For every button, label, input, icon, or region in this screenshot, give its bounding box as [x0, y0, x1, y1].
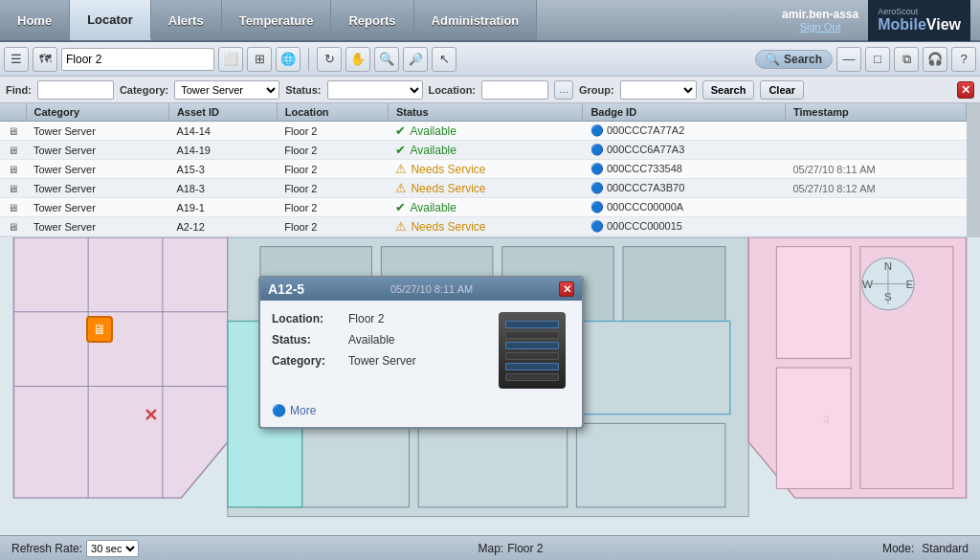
server-slot-2 — [505, 331, 559, 339]
location-input[interactable] — [61, 48, 214, 71]
row-assetid: A2-12 — [168, 217, 277, 236]
tab-reports[interactable]: Reports — [331, 0, 413, 40]
zoom-out-btn[interactable]: 🔎 — [403, 47, 428, 72]
row-location: Floor 2 — [277, 198, 388, 217]
floor-plan-bg: 3 N S W E 🖥 ✕ A12-5 05/27/10 8:11 AM ✕ — [0, 237, 980, 535]
sep1 — [308, 48, 309, 71]
location-browse-btn[interactable]: … — [554, 80, 573, 100]
mode-info: Mode: Standard — [882, 542, 969, 555]
col-location: Location — [277, 103, 388, 122]
table-row[interactable]: 🖥 Tower Server A15-3 Floor 2 ⚠Needs Serv… — [0, 160, 967, 179]
category-select[interactable]: Tower Server — [174, 80, 279, 100]
popup-close-btn[interactable]: ✕ — [559, 281, 574, 297]
row-badgeid: 🔵 000CCC6A77A3 — [583, 141, 786, 160]
globe-btn[interactable]: 🌐 — [276, 47, 301, 72]
popup-header: A12-5 05/27/10 8:11 AM ✕ — [260, 278, 582, 301]
zoom-in-btn[interactable]: 🔍 — [374, 47, 399, 72]
popup-status-label: Status: — [272, 333, 348, 347]
logo-aero: AeroScout — [878, 7, 961, 16]
category-label: Category: — [120, 84, 168, 96]
mode-label: Mode: — [882, 542, 914, 555]
col-category: Category — [26, 103, 168, 122]
row-icon: 🖥 — [0, 160, 26, 179]
tab-alerts[interactable]: Alerts — [151, 0, 222, 40]
popup-status-row: Status: Available — [272, 333, 482, 347]
status-select[interactable]: Available Needs Service — [327, 80, 423, 100]
row-timestamp — [785, 141, 966, 160]
row-location: Floor 2 — [277, 160, 388, 179]
server-slot-1 — [505, 321, 559, 328]
headset-btn[interactable]: 🎧 — [923, 47, 947, 72]
table-scroll[interactable]: Category Asset ID Location Status Badge … — [0, 103, 967, 237]
row-status: ⚠Needs Service — [388, 160, 582, 179]
svg-marker-1 — [13, 237, 228, 498]
signout-link[interactable]: Sign Out — [782, 21, 858, 33]
table-row[interactable]: 🖥 Tower Server A18-3 Floor 2 ⚠Needs Serv… — [0, 179, 967, 198]
popup-more-link[interactable]: 🔵 More — [260, 400, 582, 427]
asset-popup: A12-5 05/27/10 8:11 AM ✕ Location: Floor… — [258, 276, 584, 429]
group-label: Group: — [579, 84, 614, 96]
row-timestamp — [785, 198, 966, 217]
asset-table: Category Asset ID Location Status Badge … — [0, 103, 967, 236]
tab-administration[interactable]: Administration — [414, 0, 538, 40]
table-row[interactable]: 🖥 Tower Server A19-1 Floor 2 ✔Available … — [0, 198, 967, 217]
popup-server-image — [494, 312, 570, 389]
server-slot-6 — [505, 373, 559, 381]
table-row[interactable]: 🖥 Tower Server A14-14 Floor 2 ✔Available… — [0, 122, 967, 141]
logo-name: MobileView — [878, 16, 961, 34]
logo: AeroScout MobileView — [868, 0, 970, 41]
refresh-btn[interactable]: ↻ — [317, 47, 342, 72]
cursor-btn[interactable]: ↖ — [432, 47, 457, 72]
map-area: 3 N S W E 🖥 ✕ A12-5 05/27/10 8:11 AM ✕ — [0, 237, 980, 560]
map-value: Floor 2 — [507, 542, 543, 555]
row-badgeid: 🔵 000CCC00000A — [583, 198, 786, 217]
group-select[interactable] — [620, 80, 697, 100]
browse-btn[interactable]: ⬜ — [218, 47, 243, 72]
x-marker: ✕ — [144, 405, 158, 426]
svg-rect-18 — [776, 368, 851, 488]
location-filter-input[interactable] — [481, 80, 548, 100]
tab-locator[interactable]: Locator — [70, 0, 151, 40]
square-btn[interactable]: □ — [865, 47, 890, 72]
row-category: Tower Server — [26, 141, 168, 160]
row-category: Tower Server — [26, 217, 168, 236]
find-input[interactable] — [37, 80, 114, 100]
popup-timestamp: 05/27/10 8:11 AM — [390, 283, 473, 295]
popup-status-value: Available — [348, 333, 394, 347]
search-toggle-label: Search — [784, 53, 822, 66]
table-row[interactable]: 🖥 Tower Server A2-12 Floor 2 ⚠Needs Serv… — [0, 217, 967, 236]
search-toggle-btn[interactable]: 🔍 Search — [755, 50, 833, 69]
map-icon-btn[interactable]: 🗺 — [33, 47, 57, 72]
row-category: Tower Server — [26, 122, 168, 141]
pan-btn[interactable]: ✋ — [345, 47, 370, 72]
search-btn[interactable]: Search — [702, 80, 755, 100]
sidebar-toggle-btn[interactable]: ☰ — [4, 47, 29, 72]
grid-btn[interactable]: ⊞ — [247, 47, 272, 72]
table-scrollbar[interactable] — [967, 103, 980, 237]
server-slot-3 — [505, 342, 559, 349]
refresh-section: Refresh Rate: 30 sec 1 min 5 min — [11, 540, 139, 557]
row-location: Floor 2 — [277, 217, 388, 236]
tab-temperature[interactable]: Temperature — [222, 0, 332, 40]
row-timestamp — [785, 122, 966, 141]
row-timestamp: 05/27/10 8:12 AM — [785, 179, 966, 198]
clear-btn[interactable]: Clear — [760, 80, 804, 100]
minus-btn[interactable]: — — [836, 47, 861, 72]
row-location: Floor 2 — [277, 179, 388, 198]
filter-close-btn[interactable]: ✕ — [957, 81, 974, 99]
row-assetid: A14-19 — [168, 141, 277, 160]
data-table-wrapper: Category Asset ID Location Status Badge … — [0, 103, 980, 237]
svg-rect-11 — [623, 247, 725, 322]
help-btn[interactable]: ? — [951, 47, 976, 72]
tab-home[interactable]: Home — [0, 0, 70, 40]
refresh-select[interactable]: 30 sec 1 min 5 min — [86, 540, 139, 557]
row-icon: 🖥 — [0, 179, 26, 198]
row-badgeid: 🔵 000CCC7A77A2 — [583, 122, 786, 141]
asset-marker[interactable]: 🖥 — [86, 316, 113, 343]
row-icon: 🖥 — [0, 122, 26, 141]
status-bar: Refresh Rate: 30 sec 1 min 5 min Map: Fl… — [0, 535, 980, 560]
row-icon: 🖥 — [0, 198, 26, 217]
table-row[interactable]: 🖥 Tower Server A14-19 Floor 2 ✔Available… — [0, 141, 967, 160]
copy-btn[interactable]: ⧉ — [894, 47, 919, 72]
server-slot-4 — [505, 352, 559, 360]
